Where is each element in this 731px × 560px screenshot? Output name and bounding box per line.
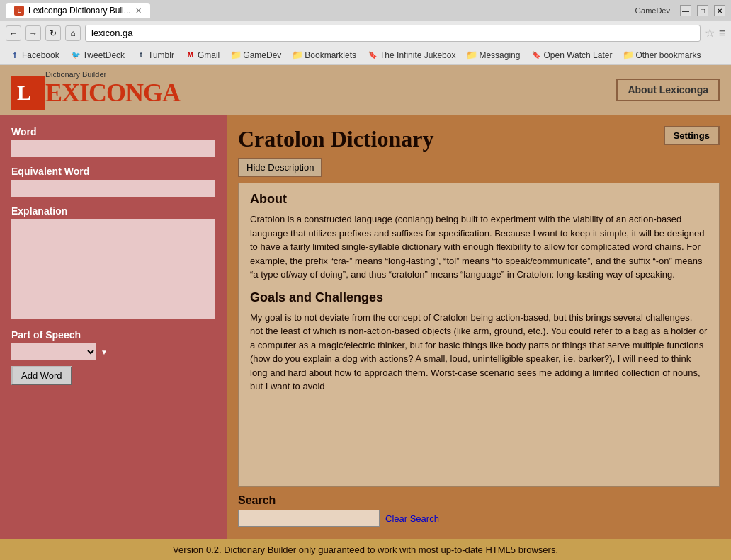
back-button[interactable]: ←: [6, 25, 21, 41]
bookmark-infinite-jukebox[interactable]: 🔖 The Infinite Jukebox: [363, 49, 460, 62]
tweetdeck-icon: 🐦: [71, 50, 81, 60]
folder-icon: 📁: [231, 50, 241, 60]
nav-bar: ← → ↻ ⌂ ☆ ≡: [0, 21, 731, 45]
search-area: Search Clear Search: [238, 494, 720, 527]
close-button[interactable]: ✕: [714, 5, 725, 16]
facebook-icon: f: [10, 50, 20, 60]
content-area: Cratolon Dictionary Settings Hide Descri…: [227, 115, 731, 539]
word-label: Word: [11, 126, 215, 137]
dict-title: Cratolon Dictionary: [238, 126, 434, 152]
bookmark-other[interactable]: 📁 Other bookmarks: [619, 49, 705, 62]
bookmark-messaging[interactable]: 📁 Messaging: [463, 49, 524, 62]
tab-close-btn[interactable]: ✕: [135, 6, 142, 16]
folder-icon: 📁: [293, 50, 302, 60]
tumblr-icon: t: [136, 50, 146, 60]
main-layout: Word Equivalent Word Explanation Part of…: [0, 115, 731, 539]
bookmark-tweetdeck[interactable]: 🐦 TweetDeck: [67, 49, 129, 62]
equivalent-label: Equivalent Word: [11, 166, 215, 177]
pos-label: Part of Speech: [11, 329, 215, 341]
footer: Version 0.2. Dictionary Builder only gua…: [0, 539, 731, 560]
goals-text: My goal is to not deviate from the conce…: [250, 311, 708, 394]
hide-description-button[interactable]: Hide Description: [238, 158, 322, 177]
address-bar[interactable]: [85, 25, 701, 42]
logo-icon: L: [11, 76, 45, 110]
bookmark-gmail[interactable]: M Gmail: [181, 49, 224, 62]
add-word-button[interactable]: Add Word: [11, 366, 72, 385]
about-heading: About: [250, 192, 708, 207]
pos-select[interactable]: Noun Verb Adjective Adverb Pronoun Conju…: [11, 343, 96, 360]
bookmark-icon: 🔖: [368, 50, 378, 60]
minimize-button[interactable]: —: [680, 5, 691, 16]
equivalent-input[interactable]: [11, 180, 215, 197]
settings-button[interactable]: Settings: [664, 126, 720, 145]
bookmark-open-watch-later[interactable]: 🔖 Open Watch Later: [527, 49, 616, 62]
site-header: Dictionary Builder L EXICONGA About Lexi…: [0, 65, 731, 115]
refresh-button[interactable]: ↻: [45, 25, 61, 41]
about-button[interactable]: About Lexiconga: [616, 79, 720, 101]
browser-menu-icon[interactable]: ≡: [719, 27, 725, 40]
svg-text:L: L: [17, 81, 31, 104]
home-button[interactable]: ⌂: [65, 25, 81, 41]
dict-header: Cratolon Dictionary Settings: [238, 126, 720, 152]
bookmark-bookmarklets[interactable]: 📁 Bookmarklets: [288, 49, 361, 62]
bookmarks-bar: f Facebook 🐦 TweetDeck t Tumblr M Gmail …: [0, 45, 731, 65]
page: Dictionary Builder L EXICONGA About Lexi…: [0, 65, 731, 539]
title-bar: L Lexiconga Dictionary Buil... ✕ GameDev…: [0, 0, 731, 21]
browser-tab[interactable]: L Lexiconga Dictionary Buil... ✕: [6, 3, 150, 18]
forward-button[interactable]: →: [26, 25, 41, 41]
chevron-down-icon: ▼: [101, 348, 108, 356]
folder-icon: 📁: [467, 50, 477, 60]
gamedev-label: GameDev: [630, 5, 674, 16]
bookmark-star-icon[interactable]: ☆: [705, 26, 715, 40]
search-input[interactable]: [238, 510, 380, 527]
restore-button[interactable]: □: [697, 5, 708, 16]
gmail-icon: M: [186, 50, 196, 60]
explanation-label: Explanation: [11, 205, 215, 217]
logo-text: EXICONGA: [45, 78, 180, 108]
folder-icon: 📁: [623, 50, 633, 60]
logo: Dictionary Builder L EXICONGA: [11, 70, 180, 110]
sidebar: Word Equivalent Word Explanation Part of…: [0, 115, 227, 539]
tab-favicon: L: [14, 6, 24, 16]
footer-text: Version 0.2. Dictionary Builder only gua…: [173, 544, 558, 555]
description-box[interactable]: About Cratolon is a constructed language…: [238, 183, 720, 487]
bookmark-gamedev[interactable]: 📁 GameDev: [227, 49, 285, 62]
bookmark-icon: 🔖: [531, 50, 541, 60]
explanation-textarea[interactable]: [11, 219, 215, 319]
goals-heading: Goals and Challenges: [250, 290, 708, 305]
tab-title: Lexiconga Dictionary Buil...: [28, 6, 131, 16]
logo-area: Dictionary Builder L EXICONGA: [11, 70, 180, 110]
search-label: Search: [238, 494, 720, 507]
bookmark-tumblr[interactable]: t Tumblr: [132, 49, 178, 62]
clear-search-button[interactable]: Clear Search: [385, 513, 439, 524]
bookmark-facebook[interactable]: f Facebook: [6, 49, 64, 62]
about-text: Cratolon is a constructed language (conl…: [250, 212, 708, 282]
word-input[interactable]: [11, 140, 215, 157]
